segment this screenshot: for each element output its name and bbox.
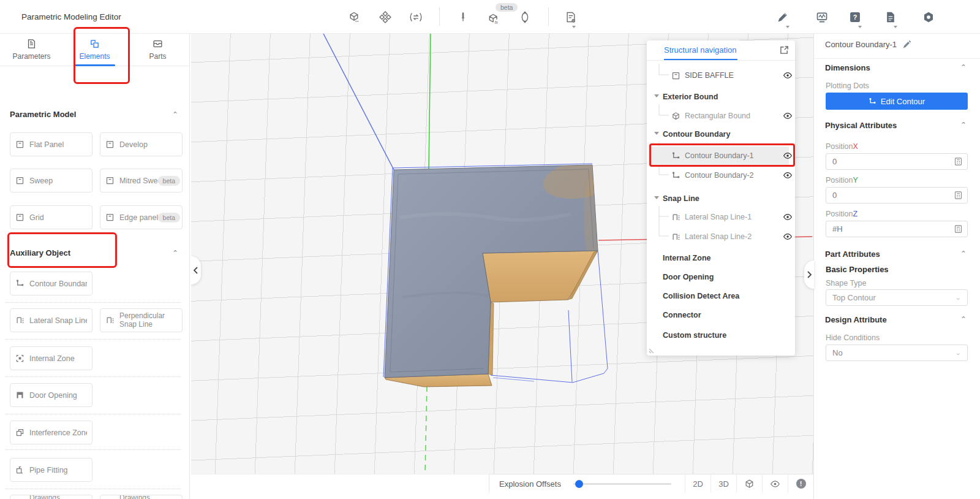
element-button-mitred-sweep[interactable]: Mitred Sweep beta bbox=[100, 169, 183, 192]
element-label: Contour Boundary bbox=[29, 280, 87, 288]
model-cube-icon[interactable] bbox=[347, 10, 361, 25]
section-dimensions[interactable]: Dimensions ⌃ bbox=[825, 63, 967, 72]
section-part-attributes[interactable]: Part Attributes ⌃ bbox=[825, 250, 967, 259]
element-button-sweep[interactable]: Sweep bbox=[10, 169, 92, 192]
element-button-drawings-annotate-surfaces[interactable]: Drawings annotate auxiliary surfaces bbox=[100, 495, 183, 499]
rename-pencil-icon[interactable] bbox=[902, 40, 911, 49]
tree-item-lateral-snap-line-2[interactable]: Lateral Snap Line-2 bbox=[647, 229, 793, 245]
chevron-up-icon: ⌃ bbox=[960, 121, 967, 129]
tree-item-lateral-snap-line-1[interactable]: Lateral Snap Line-1 bbox=[647, 209, 793, 225]
visibility-eye-icon[interactable] bbox=[783, 151, 793, 161]
position-y-input[interactable] bbox=[826, 191, 954, 200]
chevron-up-icon: ⌃ bbox=[960, 250, 967, 258]
contour-icon bbox=[671, 151, 680, 161]
tree-group-door-opening[interactable]: Door Opening bbox=[647, 269, 793, 285]
element-button-lateral-snap-line[interactable]: Lateral Snap Line bbox=[10, 308, 92, 332]
element-button-perpendicular-snap-line[interactable]: Perpendicular Snap Line bbox=[100, 308, 183, 332]
tree-group-exterior-bound[interactable]: Exterior Bound bbox=[647, 89, 793, 105]
shape-type-select[interactable]: Top Contour ⌄ bbox=[826, 289, 968, 306]
cube-fx-icon[interactable]: fx bbox=[486, 12, 501, 26]
tree-group-connector[interactable]: Connector bbox=[647, 307, 793, 323]
tree-group-label: Door Opening bbox=[663, 273, 714, 281]
element-button-door-opening[interactable]: Door Opening bbox=[10, 383, 92, 407]
pin-icon[interactable] bbox=[456, 10, 470, 25]
view-3d-button[interactable]: 3D bbox=[710, 474, 736, 493]
document-icon[interactable] bbox=[883, 10, 898, 25]
position-x-input[interactable] bbox=[826, 157, 954, 166]
dropdown-caret-icon[interactable] bbox=[572, 26, 576, 28]
element-button-edge-panel[interactable]: Edge panel beta bbox=[100, 205, 183, 229]
tree-item-label: Lateral Snap Line-1 bbox=[685, 213, 752, 221]
element-button-develop[interactable]: Develop bbox=[100, 132, 183, 156]
element-label: Sweep bbox=[29, 177, 53, 185]
section-label: Physical Attributes bbox=[825, 121, 897, 130]
edit-contour-button[interactable]: Edit Contour bbox=[826, 93, 968, 110]
dropdown-caret-icon[interactable] bbox=[786, 26, 790, 28]
slider-knob[interactable] bbox=[575, 480, 583, 488]
element-button-internal-zone[interactable]: Internal Zone bbox=[10, 346, 92, 370]
swap-arrows-icon[interactable] bbox=[409, 10, 423, 25]
tab-parameters[interactable]: Parameters bbox=[0, 34, 63, 66]
edit-pencil-icon[interactable] bbox=[775, 10, 790, 25]
collapse-right-panel-handle[interactable] bbox=[804, 261, 814, 289]
document-new-icon[interactable] bbox=[564, 10, 578, 25]
panel-icon bbox=[15, 213, 24, 222]
view-2d-button[interactable]: 2D bbox=[685, 474, 710, 493]
explosion-offsets-label: Explosion Offsets bbox=[499, 479, 561, 489]
formula-calculator-icon[interactable] bbox=[954, 191, 963, 200]
visibility-eye-icon[interactable] bbox=[783, 170, 793, 180]
section-physical-attributes[interactable]: Physical Attributes ⌃ bbox=[825, 121, 967, 130]
element-button-pipe-fitting[interactable]: Pipe Fitting bbox=[10, 458, 92, 482]
cabinet-model[interactable] bbox=[385, 156, 621, 387]
element-label: Pipe Fitting bbox=[29, 466, 68, 474]
tree-group-custom-structure[interactable]: Custom structure bbox=[647, 327, 793, 343]
element-label: Interference Zone bbox=[29, 429, 87, 437]
dotted-divider bbox=[5, 302, 181, 303]
visibility-eye-icon[interactable] bbox=[783, 232, 793, 242]
formula-calculator-icon[interactable] bbox=[954, 224, 963, 234]
collapse-triangle-icon bbox=[654, 132, 659, 135]
element-button-contour-boundary[interactable]: Contour Boundary bbox=[10, 272, 92, 295]
element-button-grid[interactable]: Grid bbox=[10, 205, 92, 229]
components-icon[interactable] bbox=[378, 10, 393, 25]
dropdown-caret-icon[interactable] bbox=[858, 26, 862, 28]
section-auxiliary-object[interactable]: Auxiliary Object ⌃ bbox=[10, 248, 179, 261]
dropdown-caret-icon[interactable] bbox=[894, 26, 897, 28]
warnings-button[interactable]: ! bbox=[788, 474, 813, 493]
tree-item-contour-boundary-2[interactable]: Contour Boundary-2 bbox=[647, 167, 793, 183]
element-button-flat-panel[interactable]: Flat Panel bbox=[10, 132, 92, 156]
rotate-axis-icon[interactable] bbox=[518, 10, 532, 25]
tab-elements[interactable]: Elements bbox=[63, 34, 126, 66]
section-label: Auxiliary Object bbox=[10, 248, 70, 257]
visibility-eye-icon[interactable] bbox=[783, 111, 793, 121]
monitor-chart-icon[interactable] bbox=[815, 10, 829, 25]
section-parametric-model[interactable]: Parametric Model ⌃ bbox=[10, 110, 179, 122]
explosion-offsets-slider[interactable] bbox=[573, 483, 671, 485]
tree-item-contour-boundary-1[interactable]: Contour Boundary-1 bbox=[650, 147, 789, 165]
visibility-button[interactable] bbox=[762, 474, 788, 493]
panel-resize-handle[interactable] bbox=[649, 346, 656, 354]
tree-group-contour-boundary[interactable]: Contour Boundary bbox=[647, 126, 793, 142]
section-design-attribute[interactable]: Design Attribute ⌃ bbox=[825, 315, 967, 324]
help-icon[interactable]: ? bbox=[848, 10, 862, 25]
element-button-interference-zone[interactable]: Interference Zone bbox=[10, 421, 92, 444]
beta-badge: beta bbox=[158, 213, 180, 223]
tab-parts[interactable]: Parts bbox=[126, 34, 189, 66]
tree-item-label: Contour Boundary-1 bbox=[685, 151, 754, 160]
expand-panel-icon[interactable] bbox=[780, 45, 789, 55]
tree-item-side-baffle[interactable]: SIDE BAFFLE bbox=[647, 67, 793, 83]
position-z-input[interactable] bbox=[826, 224, 954, 234]
visibility-eye-icon[interactable] bbox=[783, 70, 793, 80]
tree-group-snap-line[interactable]: Snap Line bbox=[647, 191, 793, 207]
visibility-eye-icon[interactable] bbox=[783, 212, 793, 222]
tree-group-internal-zone[interactable]: Internal Zone bbox=[647, 250, 793, 266]
tree-group-collision-detect-area[interactable]: Collision Detect Area bbox=[647, 288, 793, 304]
structural-nav-title[interactable]: Structural navigation bbox=[664, 45, 737, 55]
element-button-drawings-annotate-lines[interactable]: Drawings annotate auxiliary lines bbox=[10, 495, 92, 499]
isometric-cube-button[interactable] bbox=[736, 474, 762, 493]
formula-calculator-icon[interactable] bbox=[954, 157, 963, 166]
hide-conditions-select[interactable]: No ⌄ bbox=[826, 345, 968, 361]
nut-settings-icon[interactable] bbox=[921, 10, 936, 25]
axis-y-dashed-line bbox=[425, 386, 427, 474]
tree-item-rectangular-bound[interactable]: Rectangular Bound bbox=[647, 108, 793, 124]
